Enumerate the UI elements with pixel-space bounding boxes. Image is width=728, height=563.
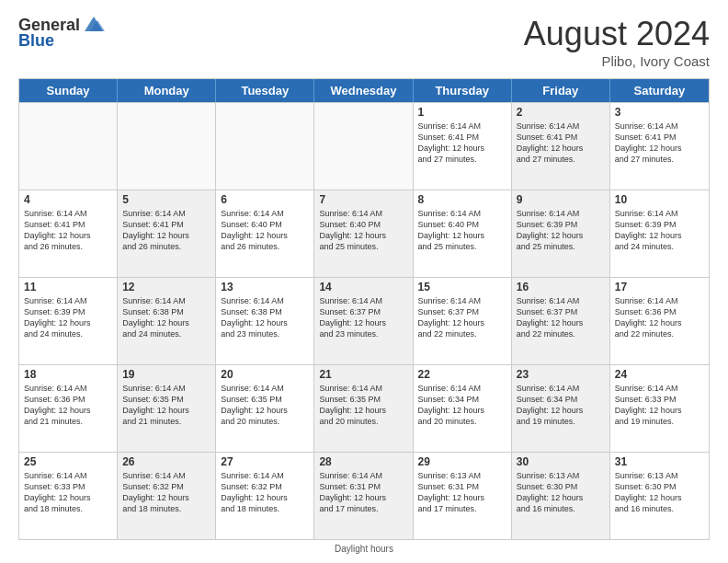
day-of-week-header: Thursday [414, 79, 512, 102]
day-info: Sunrise: 6:13 AM Sunset: 6:31 PM Dayligh… [418, 470, 506, 515]
calendar-cell: 18Sunrise: 6:14 AM Sunset: 6:36 PM Dayli… [19, 365, 118, 452]
day-number: 20 [221, 368, 309, 381]
calendar-cell: 6Sunrise: 6:14 AM Sunset: 6:40 PM Daylig… [216, 190, 314, 277]
title-block: August 2024 Plibo, Ivory Coast [524, 15, 710, 69]
calendar-week-row: 25Sunrise: 6:14 AM Sunset: 6:33 PM Dayli… [19, 452, 709, 539]
day-of-week-header: Saturday [610, 79, 709, 102]
calendar-cell: 11Sunrise: 6:14 AM Sunset: 6:39 PM Dayli… [19, 278, 118, 364]
day-info: Sunrise: 6:14 AM Sunset: 6:41 PM Dayligh… [615, 121, 704, 166]
logo: General Blue [18, 15, 105, 51]
calendar-cell: 28Sunrise: 6:14 AM Sunset: 6:31 PM Dayli… [314, 453, 413, 539]
calendar-cell: 24Sunrise: 6:14 AM Sunset: 6:33 PM Dayli… [610, 365, 709, 452]
day-info: Sunrise: 6:14 AM Sunset: 6:40 PM Dayligh… [221, 208, 309, 253]
day-info: Sunrise: 6:14 AM Sunset: 6:39 PM Dayligh… [615, 208, 704, 253]
calendar-cell: 7Sunrise: 6:14 AM Sunset: 6:40 PM Daylig… [314, 190, 413, 277]
calendar-body: 1Sunrise: 6:14 AM Sunset: 6:41 PM Daylig… [19, 102, 709, 539]
day-info: Sunrise: 6:14 AM Sunset: 6:32 PM Dayligh… [122, 470, 210, 515]
calendar-cell: 23Sunrise: 6:14 AM Sunset: 6:34 PM Dayli… [512, 365, 610, 452]
calendar-cell: 3Sunrise: 6:14 AM Sunset: 6:41 PM Daylig… [610, 103, 709, 190]
day-number: 30 [517, 455, 605, 468]
calendar-cell: 9Sunrise: 6:14 AM Sunset: 6:39 PM Daylig… [512, 190, 610, 277]
day-number: 11 [24, 281, 112, 293]
day-info: Sunrise: 6:13 AM Sunset: 6:30 PM Dayligh… [517, 470, 605, 515]
day-number: 10 [615, 193, 704, 206]
calendar-cell: 13Sunrise: 6:14 AM Sunset: 6:38 PM Dayli… [216, 278, 314, 364]
calendar-cell: 10Sunrise: 6:14 AM Sunset: 6:39 PM Dayli… [610, 190, 709, 277]
day-number: 25 [24, 455, 112, 468]
day-info: Sunrise: 6:14 AM Sunset: 6:39 PM Dayligh… [24, 295, 112, 340]
day-number: 22 [418, 368, 506, 381]
calendar-week-row: 18Sunrise: 6:14 AM Sunset: 6:36 PM Dayli… [19, 364, 709, 452]
subtitle: Plibo, Ivory Coast [524, 53, 710, 69]
day-info: Sunrise: 6:14 AM Sunset: 6:40 PM Dayligh… [418, 208, 506, 253]
day-info: Sunrise: 6:14 AM Sunset: 6:37 PM Dayligh… [517, 295, 605, 340]
day-number: 8 [418, 193, 506, 206]
calendar-cell [19, 103, 118, 190]
day-info: Sunrise: 6:14 AM Sunset: 6:41 PM Dayligh… [517, 121, 605, 166]
day-number: 7 [319, 193, 407, 206]
calendar-cell: 19Sunrise: 6:14 AM Sunset: 6:35 PM Dayli… [118, 365, 216, 452]
day-info: Sunrise: 6:14 AM Sunset: 6:41 PM Dayligh… [24, 208, 112, 253]
calendar-cell: 5Sunrise: 6:14 AM Sunset: 6:41 PM Daylig… [118, 190, 216, 277]
day-number: 26 [122, 455, 210, 468]
month-title: August 2024 [524, 15, 710, 53]
calendar-cell: 21Sunrise: 6:14 AM Sunset: 6:35 PM Dayli… [314, 365, 413, 452]
day-info: Sunrise: 6:14 AM Sunset: 6:38 PM Dayligh… [122, 295, 210, 340]
day-number: 21 [319, 368, 407, 381]
day-info: Sunrise: 6:14 AM Sunset: 6:34 PM Dayligh… [418, 383, 506, 428]
day-number: 13 [221, 281, 309, 293]
day-number: 4 [24, 193, 112, 206]
day-of-week-header: Wednesday [314, 79, 413, 102]
day-info: Sunrise: 6:14 AM Sunset: 6:41 PM Dayligh… [418, 121, 506, 166]
day-number: 24 [615, 368, 704, 381]
day-number: 14 [319, 281, 407, 293]
day-of-week-header: Sunday [19, 79, 118, 102]
day-number: 18 [24, 368, 112, 381]
day-info: Sunrise: 6:14 AM Sunset: 6:41 PM Dayligh… [122, 208, 210, 253]
calendar-cell: 25Sunrise: 6:14 AM Sunset: 6:33 PM Dayli… [19, 453, 118, 539]
day-info: Sunrise: 6:14 AM Sunset: 6:33 PM Dayligh… [615, 383, 704, 428]
calendar-cell: 4Sunrise: 6:14 AM Sunset: 6:41 PM Daylig… [19, 190, 118, 277]
day-number: 17 [615, 281, 704, 293]
day-info: Sunrise: 6:14 AM Sunset: 6:38 PM Dayligh… [221, 295, 309, 340]
calendar: SundayMondayTuesdayWednesdayThursdayFrid… [18, 78, 710, 540]
day-number: 9 [517, 193, 605, 206]
day-info: Sunrise: 6:14 AM Sunset: 6:39 PM Dayligh… [517, 208, 605, 253]
day-number: 29 [418, 455, 506, 468]
day-info: Sunrise: 6:14 AM Sunset: 6:33 PM Dayligh… [24, 470, 112, 515]
day-number: 31 [615, 455, 704, 468]
day-number: 23 [517, 368, 605, 381]
day-number: 2 [517, 106, 605, 119]
day-info: Sunrise: 6:14 AM Sunset: 6:36 PM Dayligh… [615, 295, 704, 340]
day-of-week-header: Monday [118, 79, 216, 102]
day-info: Sunrise: 6:14 AM Sunset: 6:31 PM Dayligh… [319, 470, 407, 515]
calendar-week-row: 4Sunrise: 6:14 AM Sunset: 6:41 PM Daylig… [19, 190, 709, 277]
day-number: 19 [122, 368, 210, 381]
day-number: 1 [418, 106, 506, 119]
day-info: Sunrise: 6:14 AM Sunset: 6:35 PM Dayligh… [221, 383, 309, 428]
page: General Blue August 2024 Plibo, Ivory Co… [0, 0, 728, 563]
day-number: 12 [122, 281, 210, 293]
day-info: Sunrise: 6:14 AM Sunset: 6:34 PM Dayligh… [517, 383, 605, 428]
calendar-cell: 15Sunrise: 6:14 AM Sunset: 6:37 PM Dayli… [414, 278, 512, 364]
day-info: Sunrise: 6:14 AM Sunset: 6:37 PM Dayligh… [418, 295, 506, 340]
day-number: 15 [418, 281, 506, 293]
day-number: 3 [615, 106, 704, 119]
day-info: Sunrise: 6:14 AM Sunset: 6:36 PM Dayligh… [24, 383, 112, 428]
day-number: 27 [221, 455, 309, 468]
day-info: Sunrise: 6:14 AM Sunset: 6:35 PM Dayligh… [122, 383, 210, 428]
calendar-cell: 31Sunrise: 6:13 AM Sunset: 6:30 PM Dayli… [610, 453, 709, 539]
calendar-cell: 12Sunrise: 6:14 AM Sunset: 6:38 PM Dayli… [118, 278, 216, 364]
calendar-week-row: 11Sunrise: 6:14 AM Sunset: 6:39 PM Dayli… [19, 277, 709, 364]
calendar-header: SundayMondayTuesdayWednesdayThursdayFrid… [19, 79, 709, 102]
calendar-cell: 2Sunrise: 6:14 AM Sunset: 6:41 PM Daylig… [512, 103, 610, 190]
day-number: 5 [122, 193, 210, 206]
day-info: Sunrise: 6:13 AM Sunset: 6:30 PM Dayligh… [615, 470, 704, 515]
day-number: 28 [319, 455, 407, 468]
calendar-cell [118, 103, 216, 190]
header: General Blue August 2024 Plibo, Ivory Co… [18, 15, 710, 69]
day-info: Sunrise: 6:14 AM Sunset: 6:32 PM Dayligh… [221, 470, 309, 515]
day-info: Sunrise: 6:14 AM Sunset: 6:37 PM Dayligh… [319, 295, 407, 340]
calendar-cell: 30Sunrise: 6:13 AM Sunset: 6:30 PM Dayli… [512, 453, 610, 539]
day-info: Sunrise: 6:14 AM Sunset: 6:40 PM Dayligh… [319, 208, 407, 253]
